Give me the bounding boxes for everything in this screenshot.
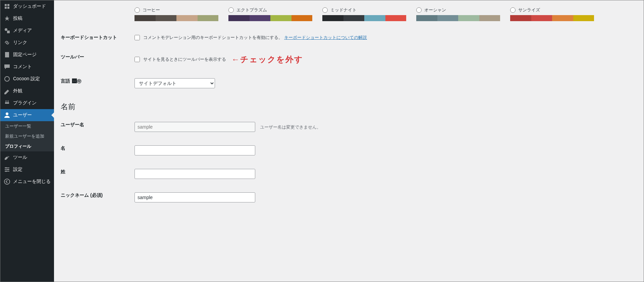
users-submenu: ユーザー一覧 新規ユーザーを追加 プロフィール	[0, 121, 54, 151]
firstname-label: 名	[61, 139, 135, 162]
sidebar-item-label: 固定ページ	[13, 52, 37, 58]
sidebar-item-appearance[interactable]: 外観	[0, 85, 54, 97]
keyboard-shortcut-checkbox[interactable]	[135, 35, 140, 40]
scheme-radio[interactable]	[416, 7, 422, 13]
sidebar-item-settings[interactable]: 設定	[0, 163, 54, 176]
scheme-swatch	[416, 15, 500, 21]
sidebar-item-media[interactable]: メディア	[0, 25, 54, 37]
pin-icon	[4, 15, 10, 22]
scheme-label: サンライズ	[518, 7, 540, 13]
appearance-icon	[4, 88, 10, 94]
cocoon-icon	[4, 76, 10, 82]
scheme-swatch	[510, 15, 594, 21]
sidebar-item-label: メディア	[13, 28, 32, 34]
firstname-input[interactable]	[135, 145, 255, 155]
scheme-ocean[interactable]: オーシャン	[416, 7, 500, 21]
color-scheme-grid: コーヒー エクトプラズム ミッドナイト オーシャン	[135, 7, 634, 21]
sidebar-item-label: コメント	[13, 64, 32, 70]
nickname-label: ニックネーム (必須)	[61, 186, 135, 209]
sidebar-item-label: Cocoon 設定	[13, 76, 40, 82]
name-section-heading: 名前	[61, 95, 637, 115]
tool-icon	[4, 154, 10, 161]
sidebar-item-label: プラグイン	[13, 100, 37, 106]
sidebar-item-tools[interactable]: ツール	[0, 151, 54, 163]
svg-point-4	[6, 112, 8, 115]
sidebar-item-pages[interactable]: 固定ページ	[0, 49, 54, 61]
scheme-radio[interactable]	[228, 7, 234, 13]
profile-content: コーヒー エクトプラズム ミッドナイト オーシャン	[54, 0, 644, 282]
admin-sidebar: ダッシュボード 投稿 メディア リンク 固定ページ コメント Cocoon 設定	[0, 0, 54, 282]
plugin-icon	[4, 100, 10, 106]
username-label: ユーザー名	[61, 115, 135, 139]
media-icon	[4, 27, 10, 34]
sidebar-item-label: 投稿	[13, 15, 22, 21]
sidebar-item-label: メニューを閉じる	[13, 179, 51, 185]
dashboard-icon	[4, 3, 10, 10]
toolbar-checkbox[interactable]	[135, 57, 140, 62]
sidebar-item-cocoon[interactable]: Cocoon 設定	[0, 73, 54, 85]
svg-point-0	[5, 28, 7, 31]
settings-icon	[4, 166, 10, 173]
sidebar-item-label: 設定	[13, 167, 22, 173]
submenu-item-add-user[interactable]: 新規ユーザーを追加	[0, 131, 54, 141]
sidebar-item-comments[interactable]: コメント	[0, 61, 54, 73]
collapse-icon	[4, 178, 10, 185]
sidebar-item-label: リンク	[13, 40, 27, 46]
svg-rect-2	[5, 52, 9, 57]
scheme-label: オーシャン	[424, 7, 446, 13]
scheme-radio[interactable]	[135, 7, 140, 13]
svg-point-10	[5, 171, 7, 172]
scheme-label: ミッドナイト	[330, 7, 357, 13]
sidebar-item-label: ツール	[13, 154, 27, 160]
keyboard-shortcut-text: コメントモデレーション用のキーボードショートカットを有効にする。	[143, 35, 283, 41]
lastname-input[interactable]	[135, 169, 255, 179]
scheme-swatch	[228, 15, 312, 21]
language-select[interactable]: サイトデフォルト	[135, 78, 215, 88]
keyboard-shortcut-label: キーボードショートカット	[61, 28, 135, 47]
scheme-radio[interactable]	[510, 7, 516, 13]
scheme-radio[interactable]	[322, 7, 328, 13]
language-label: 言語	[61, 78, 70, 84]
scheme-midnight[interactable]: ミッドナイト	[322, 7, 406, 21]
svg-point-8	[5, 167, 7, 169]
svg-point-11	[4, 179, 10, 184]
sidebar-item-label: ユーザー	[13, 112, 32, 118]
link-icon	[4, 39, 10, 46]
keyboard-shortcut-help-link[interactable]: キーボードショートカットについての解説	[284, 35, 367, 41]
comment-icon	[4, 63, 10, 70]
svg-rect-1	[7, 31, 10, 33]
scheme-ectoplasm[interactable]: エクトプラズム	[228, 7, 312, 21]
sidebar-item-users[interactable]: ユーザー	[0, 109, 54, 121]
lastname-label: 姓	[61, 162, 135, 186]
annotation-uncheck: ←チェックを外す	[231, 54, 303, 65]
user-icon	[4, 112, 10, 119]
sidebar-item-posts[interactable]: 投稿	[0, 12, 54, 25]
username-note: ユーザー名は変更できません。	[260, 125, 321, 130]
nickname-input[interactable]	[135, 192, 255, 202]
scheme-label: コーヒー	[143, 7, 160, 13]
sidebar-item-label: 外観	[13, 88, 22, 94]
username-input	[135, 122, 255, 132]
svg-point-3	[5, 77, 9, 81]
scheme-swatch	[322, 15, 406, 21]
sidebar-item-collapse[interactable]: メニューを閉じる	[0, 176, 54, 188]
translate-icon: 🅰㊞	[72, 78, 82, 84]
svg-point-9	[7, 169, 9, 170]
sidebar-item-plugins[interactable]: プラグイン	[0, 97, 54, 109]
scheme-coffee[interactable]: コーヒー	[135, 7, 218, 21]
scheme-label: エクトプラズム	[236, 7, 267, 13]
submenu-item-profile[interactable]: プロフィール	[0, 141, 54, 151]
page-icon	[4, 51, 10, 58]
sidebar-item-links[interactable]: リンク	[0, 37, 54, 49]
scheme-sunrise[interactable]: サンライズ	[510, 7, 594, 21]
sidebar-item-label: ダッシュボード	[13, 3, 46, 9]
scheme-swatch	[135, 15, 218, 21]
toolbar-checkbox-text: サイトを見るときにツールバーを表示する	[143, 56, 226, 62]
submenu-item-users-list[interactable]: ユーザー一覧	[0, 121, 54, 131]
toolbar-label: ツールバー	[61, 47, 135, 72]
sidebar-item-dashboard[interactable]: ダッシュボード	[0, 0, 54, 12]
